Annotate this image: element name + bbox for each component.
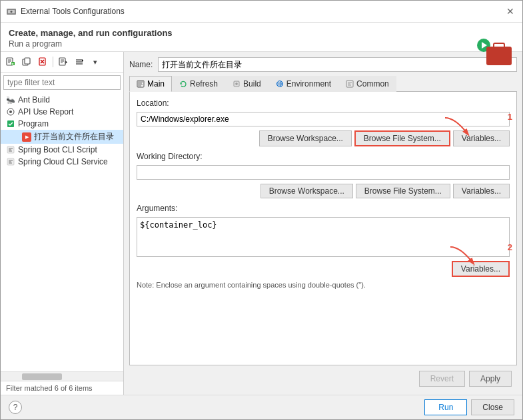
tree-area: 🐜 Ant Build API Use Report: [1, 93, 123, 371]
h-scrollbar[interactable]: [1, 371, 123, 381]
right-panel: Name: Main Refresh: [124, 52, 522, 395]
filter-input[interactable]: [3, 75, 121, 90]
tab-build-label: Build: [243, 79, 261, 89]
tree-item-ant-build[interactable]: 🐜 Ant Build: [1, 94, 123, 106]
arguments-textarea[interactable]: ${container_loc}: [137, 217, 510, 257]
tree-item-label: Program: [18, 119, 49, 128]
location-btn-row: Browse Workspace... Browse File System..…: [137, 130, 510, 146]
workdir-browse-file-system-button[interactable]: Browse File System...: [356, 184, 450, 198]
footer-buttons: Revert Apply: [129, 365, 517, 389]
spring-cloud-icon: [6, 157, 15, 166]
tab-env-label: Environment: [286, 79, 331, 89]
api-svg: [7, 108, 15, 116]
link-icon: [59, 57, 68, 67]
arguments-note: Note: Enclose an argument containing spa…: [137, 281, 510, 289]
program-svg: [7, 120, 15, 128]
briefcase-icon: [486, 47, 512, 65]
common-tab-icon: [346, 80, 354, 88]
workdir-browse-workspace-button[interactable]: Browse Workspace...: [261, 184, 353, 198]
arguments-label: Arguments:: [137, 204, 510, 213]
annotation-2: 2: [508, 242, 512, 252]
run-button[interactable]: Run: [424, 399, 467, 415]
location-input-row: [137, 112, 510, 126]
close-icon[interactable]: ✕: [504, 5, 517, 18]
svg-point-2: [11, 11, 13, 13]
ant-icon: 🐜: [6, 95, 15, 105]
tree-item-spring-cloud[interactable]: Spring Cloud CLI Service: [1, 156, 123, 168]
tab-refresh[interactable]: Refresh: [172, 76, 225, 92]
delete-icon: [38, 57, 47, 67]
location-section: Location: Browse Workspace... Browse Fil…: [137, 99, 510, 146]
tree-item-open-dir[interactable]: 打开当前文件所在目录: [1, 130, 123, 144]
svg-rect-14: [137, 81, 144, 87]
expand-button[interactable]: ▾: [88, 55, 103, 69]
tab-common-label: Common: [356, 79, 389, 89]
separator: [53, 57, 53, 67]
main-tab-icon: [137, 80, 145, 88]
title-bar-left: External Tools Configurations: [6, 6, 125, 17]
delete-button[interactable]: [35, 55, 50, 69]
name-row: Name:: [129, 57, 517, 72]
workdir-variables-button[interactable]: Variables...: [453, 184, 510, 198]
tab-main[interactable]: Main: [129, 76, 172, 92]
annotation-1: 1: [508, 112, 512, 122]
dialog: External Tools Configurations ✕ Create, …: [0, 0, 523, 420]
toolbar-row: ▾: [1, 52, 123, 73]
tree-item-label: Ant Build: [18, 95, 50, 105]
working-dir-input[interactable]: [137, 165, 510, 180]
header-section: Create, manage, and run configurations R…: [1, 23, 522, 52]
logo-area: [480, 41, 512, 65]
api-icon: [6, 107, 15, 116]
collapse-icon: [75, 57, 84, 67]
tree-item-label: API Use Report: [18, 107, 73, 116]
location-browse-file-system-button[interactable]: Browse File System...: [354, 130, 450, 146]
toolbox-icon: [480, 41, 512, 65]
tree-item-label: Spring Cloud CLI Service: [18, 157, 108, 166]
tab-common[interactable]: Common: [338, 76, 396, 92]
build-tab-icon: [233, 80, 241, 88]
name-input[interactable]: [158, 57, 517, 72]
dialog-icon: [6, 6, 17, 17]
content-panel: Location: Browse Workspace... Browse Fil…: [129, 92, 517, 365]
header-subtitle: Run a program: [9, 39, 514, 49]
refresh-tab-icon: [179, 80, 187, 88]
tab-refresh-label: Refresh: [190, 79, 218, 89]
tree-item-spring-boot[interactable]: Spring Boot CLI Script: [1, 144, 123, 156]
bottom-right-buttons: Run Close: [424, 399, 514, 415]
close-button[interactable]: Close: [471, 399, 514, 415]
bottom-bar: ? Run Close: [1, 395, 522, 419]
tabs-row: Main Refresh Build: [129, 76, 517, 92]
name-label: Name:: [129, 60, 153, 69]
apply-button[interactable]: Apply: [469, 371, 512, 387]
working-dir-label: Working Directory:: [137, 152, 510, 161]
dialog-title: External Tools Configurations: [21, 7, 125, 16]
arguments-section: Arguments: ${container_loc} 2: [137, 204, 510, 289]
title-bar: External Tools Configurations ✕: [1, 1, 522, 23]
tab-build[interactable]: Build: [225, 76, 268, 92]
working-dir-btn-row: Browse Workspace... Browse File System..…: [137, 184, 510, 198]
working-dir-section: Working Directory: Browse Workspace... B…: [137, 152, 510, 198]
help-button[interactable]: ?: [9, 401, 22, 414]
tree-item-program[interactable]: Program: [1, 118, 123, 130]
arguments-variables-button[interactable]: Variables...: [452, 261, 510, 277]
tree-item-api-use-report[interactable]: API Use Report: [1, 106, 123, 118]
revert-button[interactable]: Revert: [419, 371, 465, 387]
tab-environment[interactable]: Environment: [268, 76, 338, 92]
svg-rect-6: [25, 58, 30, 64]
tab-main-label: Main: [147, 79, 165, 89]
link-button[interactable]: [56, 55, 71, 69]
location-browse-workspace-button[interactable]: Browse Workspace...: [259, 130, 352, 146]
duplicate-button[interactable]: [19, 55, 34, 69]
status-text: Filter matched 6 of 6 items: [6, 384, 93, 392]
location-label: Location:: [137, 99, 510, 108]
location-input[interactable]: [137, 112, 510, 126]
new-button[interactable]: [3, 55, 18, 69]
tree-item-label: Spring Boot CLI Script: [18, 145, 97, 154]
location-variables-button[interactable]: Variables...: [453, 130, 510, 146]
tree-item-label: 打开当前文件所在目录: [34, 131, 114, 142]
spring-svg: [7, 146, 15, 154]
working-dir-input-row: [137, 165, 510, 180]
collapse-button[interactable]: [72, 55, 87, 69]
header-title: Create, manage, and run configurations: [9, 28, 514, 38]
status-bar: Filter matched 6 of 6 items: [1, 381, 123, 395]
